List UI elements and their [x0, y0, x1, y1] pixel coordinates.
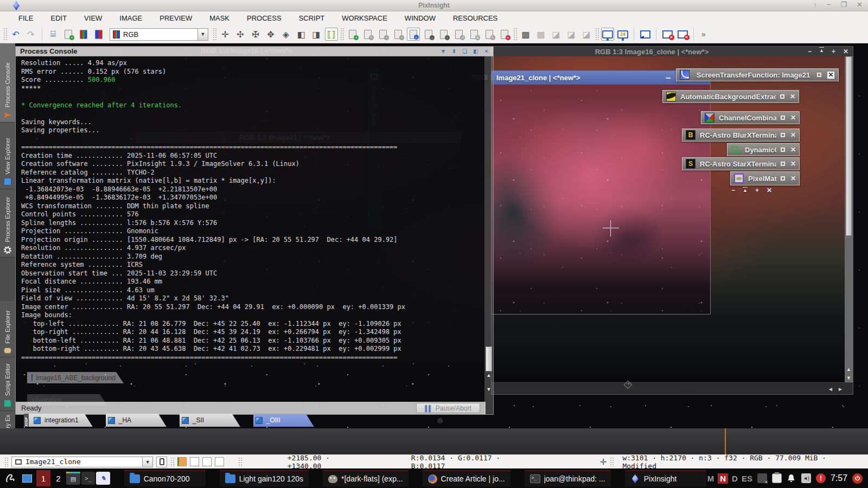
keyboard-indicator[interactable]: M — [707, 474, 714, 483]
close-icon[interactable]: ✕ — [790, 146, 796, 153]
clone-process-icon[interactable]: + — [376, 28, 390, 41]
process-window-abe[interactable]: AutomaticBackgroundExtractor ✕ — [662, 90, 799, 103]
toolbar-grip[interactable] — [3, 28, 7, 41]
process-undo-icon[interactable]: ↺ — [452, 28, 465, 41]
screen-transfer-24bit-icon[interactable]: 24 — [616, 28, 629, 41]
iconized-image-tab[interactable]: _HA — [106, 414, 167, 427]
scrollbar-thumb[interactable] — [486, 346, 492, 371]
dock-tab-script-editor[interactable]: Script Editor — [0, 357, 15, 411]
minimize-icon[interactable]: − — [666, 73, 671, 83]
dock-tab-view-explorer[interactable]: View Explorer — [0, 123, 15, 189]
window-close-icon[interactable]: ✕ — [857, 1, 863, 9]
workspace-2-button[interactable]: 2 — [52, 470, 66, 486]
taskbar-task[interactable]: Canon70-200 — [124, 470, 206, 486]
view-selector[interactable]: Image21_clone ▼ — [11, 457, 153, 467]
window-fit-icon[interactable]: ◄ — [639, 28, 652, 41]
process-window-channelcombination[interactable]: ChannelCombination ✕ — [701, 111, 800, 124]
menu-item[interactable]: WINDOW — [396, 11, 444, 25]
clock[interactable]: 7:57 — [831, 473, 847, 483]
process-window-stf[interactable]: ScreenTransferFunction: Image21 ✕ — [676, 68, 839, 81]
terminal-launcher-icon[interactable]: >_ — [81, 472, 95, 485]
alert-icon[interactable]: ! — [816, 473, 826, 483]
statusbar-grip[interactable] — [610, 457, 614, 467]
duplicate-image-icon[interactable]: + — [62, 28, 75, 41]
clipboard-icon[interactable] — [772, 473, 782, 483]
screen-transfer-icon[interactable] — [601, 28, 614, 41]
toolbar-overflow-icon[interactable]: » — [701, 30, 706, 38]
restore-icon[interactable] — [781, 115, 785, 120]
dock-tab-file-explorer[interactable]: File Explorer — [0, 301, 15, 357]
process-window-blurxterminator[interactable]: B RC-Astro BlurXTerminator ✕ — [682, 129, 800, 142]
menu-item[interactable]: IMAGE — [111, 11, 151, 25]
console-output[interactable]: Resolution ..... 4.94 as/px RMS error ..… — [16, 56, 484, 363]
close-icon[interactable]: ✕ — [767, 187, 772, 194]
shade-icon[interactable]: ▲ — [743, 188, 748, 193]
close-icon[interactable]: ✕ — [843, 48, 848, 55]
close-icon[interactable]: ✕ — [790, 131, 796, 139]
power-icon[interactable]: ⏻ — [852, 473, 863, 484]
restore-icon[interactable] — [781, 133, 785, 137]
process-window-dynamiccrop[interactable]: DynamicCrop ✕ — [727, 143, 800, 156]
image21-clone-canvas[interactable] — [492, 85, 710, 314]
image-window-image21-clone[interactable]: Image21_clone | <*new*> − — [491, 70, 711, 314]
crop-mode-icon[interactable]: ⟦⟧ — [325, 28, 338, 41]
pan-mode-icon[interactable]: ✥ — [264, 28, 277, 41]
edit-process-icon[interactable]: ✎ — [361, 28, 374, 41]
channel-indicator[interactable] — [190, 457, 199, 466]
mask-invert-icon[interactable]: ◪ — [550, 28, 563, 41]
process-cancel-icon[interactable]: ✕ — [498, 28, 511, 41]
taskbar-task[interactable]: Create Article | jo... — [423, 470, 510, 486]
mask-edit-icon[interactable]: ◪ — [580, 28, 593, 41]
taskbar-task[interactable]: *[dark-flats] (exp... — [323, 470, 409, 486]
toolbar-grip[interactable] — [513, 28, 517, 41]
browse-process-icon[interactable]: ⌕ — [407, 28, 420, 41]
file-manager-launcher-icon[interactable]: ▤ — [66, 472, 80, 485]
toolbar-grip[interactable] — [213, 28, 216, 41]
iconized-image-tab[interactable]: XISF integration1 — [24, 414, 93, 427]
tablet-icon[interactable] — [757, 473, 767, 483]
menu-item[interactable]: PROCESS — [238, 11, 290, 25]
console-scrollbar[interactable]: ▲ ▼ — [484, 56, 493, 414]
zoom-in-out-icon[interactable]: ✠ — [249, 28, 262, 41]
navigate-icon[interactable]: ◈ — [279, 28, 292, 41]
pause-abort-button[interactable]: ▌▌ Pause/Abort — [416, 403, 480, 413]
process-console-titlebar[interactable]: Process Console ▼ ⬍ ❑ ◧ ✕ — [16, 47, 493, 56]
scroll-up-icon[interactable]: ▲ — [845, 365, 853, 374]
close-icon[interactable]: ✕ — [827, 71, 835, 79]
volume-icon[interactable]: ◄) — [801, 473, 811, 483]
process-reset-icon[interactable]: ↻ — [483, 28, 496, 41]
restore-icon[interactable] — [781, 162, 785, 166]
minimize-icon[interactable]: − — [731, 187, 735, 194]
close-icon[interactable]: ✕ — [790, 160, 796, 168]
scroll-down-icon[interactable]: ▼ — [845, 374, 853, 382]
track-view-icon[interactable]: ✛ — [219, 28, 232, 41]
zoom-to-fit-icon[interactable]: ✣ — [234, 28, 247, 41]
menu-item[interactable]: MASK — [201, 11, 238, 25]
channel-dropdown-arrow-icon[interactable]: ▼ — [197, 29, 208, 40]
statusbar-grip[interactable] — [170, 457, 174, 467]
console-float-icon[interactable]: ❑ — [462, 48, 467, 54]
toolbar-grip[interactable] — [595, 28, 599, 41]
vertical-scrollbar[interactable]: ▲ ▼ — [845, 56, 853, 382]
iconized-image-tab[interactable]: _OIII — [253, 414, 314, 427]
zoom-icon[interactable]: + — [755, 187, 759, 194]
editor-launcher-icon[interactable]: ✎ — [96, 472, 110, 485]
view-dropdown-arrow-icon[interactable]: ▼ — [142, 457, 152, 467]
console-dock-icon[interactable]: ◧ — [473, 48, 478, 54]
restore-icon[interactable] — [780, 94, 784, 99]
window-restore-icon[interactable]: ❐ — [840, 1, 847, 9]
scroll-down-icon[interactable]: ▼ — [484, 386, 493, 393]
process-window-pixelmath[interactable]: ∞ PixelMath ✕ — [730, 171, 800, 185]
close-all-windows-icon[interactable]: ✕ — [676, 28, 689, 41]
console-updown-icon[interactable]: ⬍ — [452, 48, 456, 54]
console-dropdown-icon[interactable]: ▼ — [441, 48, 446, 54]
process-load-icon[interactable]: ↓ — [422, 28, 435, 41]
scroll-right-icon[interactable]: ► — [838, 386, 843, 392]
taskbar-task[interactable]: PixInsight — [625, 470, 706, 486]
image-identifier-icon[interactable]: ⌸ — [47, 28, 60, 41]
mask-select-icon[interactable]: ◨ — [310, 28, 323, 41]
close-window-icon[interactable]: ✕ — [661, 28, 674, 41]
taskbar-task[interactable]: Light gain120 120s — [220, 470, 309, 486]
scrollbar-thumb[interactable] — [846, 56, 852, 236]
statusbar-grip[interactable] — [4, 457, 8, 467]
